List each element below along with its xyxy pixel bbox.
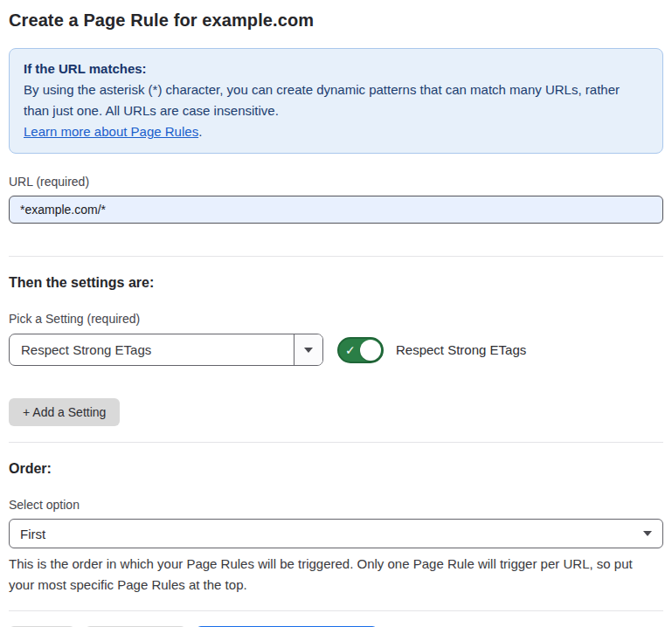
url-match-info-box: If the URL matches: By using the asteris…: [9, 48, 663, 154]
respect-strong-etags-toggle[interactable]: ✓: [337, 337, 384, 363]
page-title: Create a Page Rule for example.com: [9, 10, 663, 31]
setting-select[interactable]: Respect Strong ETags: [9, 334, 323, 366]
info-box-heading: If the URL matches:: [24, 59, 648, 79]
check-icon: ✓: [345, 343, 356, 355]
order-select[interactable]: First: [9, 519, 663, 548]
chevron-down-icon: [304, 348, 313, 353]
order-section-heading: Order:: [9, 461, 663, 477]
section-divider: [9, 442, 663, 443]
toggle-knob: [360, 340, 381, 361]
add-setting-button[interactable]: + Add a Setting: [9, 398, 120, 426]
section-divider: [9, 256, 663, 257]
setting-row: Respect Strong ETags ✓ Respect Strong ET…: [9, 334, 663, 366]
setting-toggle-group: ✓ Respect Strong ETags: [337, 337, 526, 363]
setting-select-arrow-button[interactable]: [294, 334, 322, 365]
url-input[interactable]: [9, 196, 663, 224]
pick-setting-label: Pick a Setting (required): [9, 311, 663, 327]
info-box-body: By using the asterisk (*) character, you…: [24, 79, 648, 121]
chevron-down-icon: [643, 531, 652, 536]
link-suffix: .: [198, 124, 202, 139]
info-box-link-line: Learn more about Page Rules.: [24, 121, 648, 142]
order-help-text: This is the order in which your Page Rul…: [9, 554, 660, 596]
order-select-label: Select option: [9, 497, 663, 513]
setting-select-value: Respect Strong ETags: [10, 334, 294, 365]
create-page-rule-form: Create a Page Rule for example.com If th…: [0, 0, 672, 627]
toggle-label: Respect Strong ETags: [396, 342, 526, 357]
footer-divider: [9, 610, 663, 611]
learn-more-link[interactable]: Learn more about Page Rules: [24, 124, 198, 139]
settings-section-heading: Then the settings are:: [9, 275, 663, 291]
url-field-label: URL (required): [9, 174, 663, 189]
order-select-value: First: [20, 527, 45, 541]
